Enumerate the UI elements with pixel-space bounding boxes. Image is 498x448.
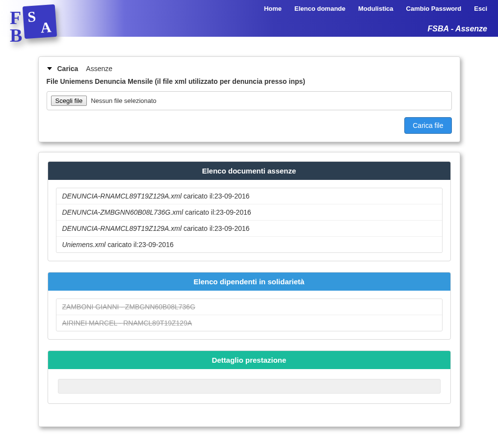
svg-text:B: B (10, 25, 22, 46)
header: S A F B Home Elenco domande Modulistica … (0, 0, 498, 37)
document-row[interactable]: DENUNCIA-RNAMCL89T19Z129A.xml caricato i… (56, 188, 442, 204)
detail-title: Dettaglio prestazione (48, 351, 450, 369)
document-date: caricato il:23-09-2016 (185, 208, 251, 216)
upload-assenze-label: Assenze (86, 65, 112, 73)
detail-section: Dettaglio prestazione (48, 350, 451, 404)
employee-name: AIRINEI MARCEL - RNAMCL89T19Z129A (62, 319, 192, 327)
svg-text:S: S (27, 8, 36, 25)
document-date: caricato il:23-09-2016 (183, 192, 250, 200)
employee-row[interactable]: AIRINEI MARCEL - RNAMCL89T19Z129A (56, 315, 442, 331)
nav-cambio-password[interactable]: Cambio Password (406, 5, 462, 12)
nav-elenco-domande[interactable]: Elenco domande (294, 5, 345, 12)
detail-empty (58, 379, 441, 394)
file-input-row: Scegli file Nessun file selezionato (47, 91, 452, 110)
upload-submit-button[interactable]: Carica file (404, 117, 451, 134)
document-name: DENUNCIA-RNAMCL89T19Z129A.xml (62, 192, 182, 200)
documents-list: DENUNCIA-RNAMCL89T19Z129A.xml caricato i… (56, 188, 443, 253)
upload-description: File Uniemens Denuncia Mensile (il file … (47, 77, 452, 85)
document-date: caricato il:23-09-2016 (107, 241, 174, 249)
employees-list: ZAMBONI GIANNI - ZMBGNN60B08L736G AIRINE… (56, 299, 443, 331)
documents-section: Elenco documenti assenze DENUNCIA-RNAMCL… (48, 161, 451, 261)
documents-title: Elenco documenti assenze (48, 162, 450, 180)
nav-modulistica[interactable]: Modulistica (358, 5, 393, 12)
document-name: DENUNCIA-RNAMCL89T19Z129A.xml (62, 224, 182, 232)
chevron-down-icon[interactable] (47, 66, 52, 72)
nav: Home Elenco domande Modulistica Cambio P… (264, 5, 487, 12)
employee-row[interactable]: ZAMBONI GIANNI - ZMBGNN60B08L736G (56, 299, 442, 315)
svg-text:A: A (40, 19, 52, 35)
document-date: caricato il:23-09-2016 (183, 224, 250, 232)
document-name: DENUNCIA-ZMBGNN60B08L736G.xml (62, 208, 183, 216)
nav-esci[interactable]: Esci (474, 5, 487, 12)
employees-title: Elenco dipendenti in solidarietà (48, 273, 450, 291)
page-title: FSBA - Assenze (427, 25, 487, 33)
document-row[interactable]: Uniemens.xml caricato il:23-09-2016 (56, 237, 442, 252)
document-row[interactable]: DENUNCIA-RNAMCL89T19Z129A.xml caricato i… (56, 221, 442, 237)
upload-panel: Carica Assenze File Uniemens Denuncia Me… (38, 56, 460, 142)
upload-carica-label: Carica (57, 65, 79, 73)
choose-file-button[interactable]: Scegli file (51, 96, 87, 106)
document-name: Uniemens.xml (62, 241, 106, 249)
file-status: Nessun file selezionato (91, 97, 157, 104)
employee-name: ZAMBONI GIANNI - ZMBGNN60B08L736G (62, 303, 196, 311)
nav-home[interactable]: Home (264, 5, 282, 12)
document-row[interactable]: DENUNCIA-ZMBGNN60B08L736G.xml caricato i… (56, 204, 442, 221)
content-panel: Elenco documenti assenze DENUNCIA-RNAMCL… (38, 152, 460, 427)
employees-section: Elenco dipendenti in solidarietà ZAMBONI… (48, 272, 451, 340)
logo: S A F B (5, 2, 59, 49)
